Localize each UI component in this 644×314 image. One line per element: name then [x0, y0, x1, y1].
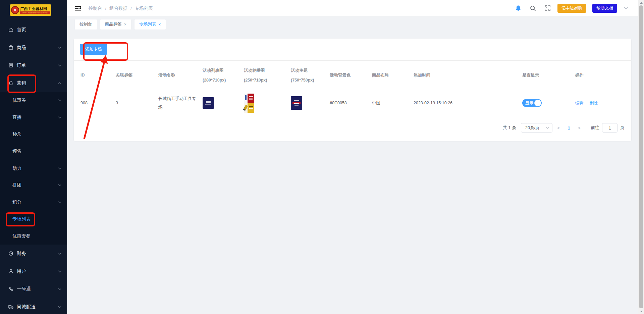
- delete-link[interactable]: 删除: [589, 101, 598, 105]
- tab-label: 控制台: [79, 21, 92, 27]
- activity-list-image[interactable]: [203, 97, 214, 109]
- row-tags: 3: [116, 99, 158, 107]
- home-icon: [8, 27, 14, 33]
- col-id: ID: [80, 70, 116, 80]
- sidebar-item-coupon[interactable]: 优惠券: [0, 92, 67, 109]
- scrollbar-up-arrow[interactable]: [638, 0, 644, 5]
- row-name: 长城精工手动工具专场: [158, 94, 203, 112]
- scrollbar-down-arrow[interactable]: [638, 309, 644, 314]
- current-page[interactable]: 1: [565, 125, 573, 130]
- row-carousel-image-cell: [244, 94, 291, 113]
- sidebar-item-orders[interactable]: 订单: [0, 56, 67, 74]
- search-icon[interactable]: [529, 5, 537, 12]
- sidebar-item-label: 优惠券: [12, 97, 26, 103]
- fullscreen-icon[interactable]: [544, 5, 551, 12]
- scrollbar-thumb[interactable]: [639, 5, 643, 308]
- sidebar-item-label: 专场列表: [12, 216, 31, 222]
- sidebar-item-label: 拼团: [12, 182, 21, 188]
- promo-shop-button[interactable]: 亿丰达易购: [557, 4, 587, 13]
- vertical-scrollbar: [638, 0, 644, 314]
- sidebar-item-special-list[interactable]: 专场列表: [0, 211, 67, 228]
- table-header-row: ID 关联标签 活动名称 活动列表图(280*710px) 活动轮播图(250*…: [80, 61, 625, 90]
- sidebar-item-label: 一号通: [17, 286, 31, 292]
- chevron-down-icon: [58, 306, 61, 308]
- logo[interactable]: ✕ 广西工业器材网 同城工业品智能化一站式选购平台: [10, 4, 51, 16]
- sidebar-item-label: 直播: [12, 114, 21, 120]
- tab-special-list[interactable]: 专场列表 ×: [134, 19, 166, 30]
- tab-close-icon[interactable]: ×: [158, 22, 161, 27]
- sidebar-item-presale[interactable]: 预售: [0, 143, 67, 160]
- sidebar-item-label: 秒杀: [12, 131, 21, 137]
- breadcrumb-separator: /: [105, 6, 107, 11]
- tab-goods-label[interactable]: 商品标签 ×: [100, 19, 132, 30]
- chevron-down-icon: [58, 184, 61, 187]
- sidebar-item-label: 营销: [17, 80, 26, 86]
- next-page-button[interactable]: >: [575, 125, 584, 130]
- user-menu-chevron-icon[interactable]: [624, 7, 628, 10]
- row-theme-image-cell: [291, 96, 330, 110]
- activity-theme-image[interactable]: [291, 96, 302, 110]
- row-visible-cell: 显示: [522, 99, 575, 107]
- page-size-select[interactable]: 20条/页: [521, 123, 552, 133]
- sidebar-item-label: 优惠套餐: [12, 233, 31, 239]
- sidebar-item-home[interactable]: 首页: [0, 21, 67, 39]
- order-document-icon: [8, 62, 14, 68]
- chevron-down-icon: [58, 64, 61, 67]
- visibility-toggle[interactable]: 显示: [522, 99, 542, 107]
- sidebar-item-label: 首页: [17, 27, 26, 33]
- breadcrumb-item[interactable]: 组合数据: [109, 5, 127, 11]
- megaphone-icon: [8, 80, 14, 86]
- goto-page-input[interactable]: [602, 123, 618, 133]
- sidebar-item-label: 商品: [17, 45, 26, 51]
- sidebar-item-city-delivery[interactable]: 同城配送: [0, 298, 67, 314]
- sidebar-item-goods[interactable]: 商品: [0, 39, 67, 56]
- pie-chart-icon: [8, 251, 14, 256]
- chevron-down-icon: [58, 270, 61, 273]
- sidebar-item-finance[interactable]: 财务: [0, 245, 67, 262]
- help-docs-button[interactable]: 帮助文档: [592, 4, 617, 13]
- sidebar-item-users[interactable]: 用户: [0, 262, 67, 280]
- sidebar-item-live[interactable]: 直播: [0, 109, 67, 126]
- sidebar-item-points[interactable]: 积分: [0, 194, 67, 211]
- pagination-total: 共 1 条: [503, 125, 516, 131]
- chevron-down-icon: [58, 116, 61, 119]
- add-special-button[interactable]: 添加专场: [80, 44, 107, 55]
- prev-page-button[interactable]: <: [554, 125, 563, 130]
- collapse-sidebar-icon[interactable]: [74, 5, 81, 11]
- col-name: 活动名称: [158, 70, 203, 80]
- chevron-down-icon: [546, 126, 549, 129]
- top-bar: 控制台 / 组合数据 / 专场列表 亿丰达易购 帮助文档: [67, 0, 638, 16]
- special-table: ID 关联标签 活动名称 活动列表图(280*710px) 活动轮播图(250*…: [80, 61, 625, 116]
- pagination: 共 1 条 20条/页 < 1 > 前往 页: [503, 123, 625, 133]
- chevron-down-icon: [58, 46, 61, 49]
- tab-console[interactable]: 控制台: [74, 19, 97, 30]
- breadcrumb-item: 专场列表: [135, 5, 153, 11]
- chevron-down-icon: [58, 252, 61, 255]
- tab-close-icon[interactable]: ×: [124, 22, 127, 27]
- row-layout: 中图: [372, 99, 414, 107]
- logo-title: 广西工业器材网: [20, 7, 50, 11]
- activity-carousel-image[interactable]: [244, 94, 254, 113]
- breadcrumb-item[interactable]: 控制台: [89, 5, 102, 11]
- notification-bell-icon[interactable]: [515, 5, 522, 12]
- sidebar-item-groupbuy[interactable]: 拼团: [0, 177, 67, 194]
- user-icon: [8, 268, 14, 274]
- sidebar-item-label: 用户: [17, 268, 26, 274]
- chevron-down-icon: [58, 167, 61, 170]
- sidebar-item-assist[interactable]: 助力: [0, 160, 67, 177]
- row-bg-color: #0C0058: [330, 99, 372, 107]
- sidebar-item-yihaotong[interactable]: 一号通: [0, 280, 67, 298]
- chevron-down-icon: [58, 288, 61, 291]
- edit-link[interactable]: 编辑: [575, 101, 584, 105]
- card-toolbar: 添加专场: [74, 39, 631, 61]
- sidebar-item-label: 积分: [12, 199, 21, 205]
- tab-label: 专场列表: [139, 21, 156, 27]
- sidebar-item-label: 同城配送: [17, 304, 36, 310]
- goto-label: 前往: [591, 125, 599, 131]
- col-actions: 操作: [575, 70, 625, 80]
- sidebar-item-coupon-package[interactable]: 优惠套餐: [0, 228, 67, 245]
- col-bg-color: 活动背景色: [330, 70, 372, 80]
- sidebar-item-seckill[interactable]: 秒杀: [0, 126, 67, 143]
- sidebar-item-marketing[interactable]: 营销: [0, 74, 67, 92]
- phone-icon: [8, 286, 14, 292]
